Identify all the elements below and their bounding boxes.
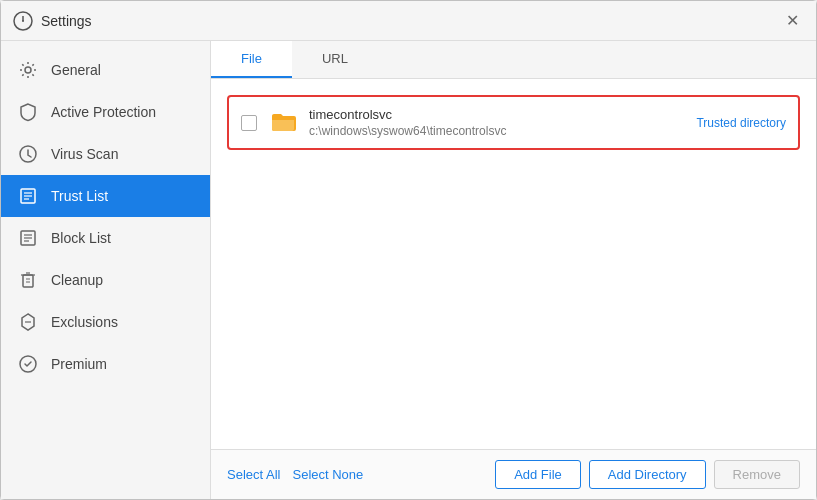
svg-point-3: [25, 67, 31, 73]
tab-bar: File URL: [211, 41, 816, 79]
sidebar-label-virus-scan: Virus Scan: [51, 146, 118, 162]
sidebar-item-active-protection[interactable]: Active Protection: [1, 91, 210, 133]
add-directory-button[interactable]: Add Directory: [589, 460, 706, 489]
item-name: timecontrolsvc: [309, 107, 684, 122]
settings-title-icon: [13, 11, 33, 31]
folder-icon: [269, 109, 297, 137]
item-path: c:\windows\syswow64\timecontrolsvc: [309, 124, 684, 138]
remove-button[interactable]: Remove: [714, 460, 800, 489]
sidebar-label-trust-list: Trust List: [51, 188, 108, 204]
add-file-button[interactable]: Add File: [495, 460, 581, 489]
block-list-icon: [17, 227, 39, 249]
select-all-button[interactable]: Select All: [227, 467, 280, 482]
select-none-button[interactable]: Select None: [292, 467, 363, 482]
gear-icon: [17, 59, 39, 81]
sidebar-item-premium[interactable]: Premium: [1, 343, 210, 385]
sidebar-label-block-list: Block List: [51, 230, 111, 246]
sidebar-item-exclusions[interactable]: Exclusions: [1, 301, 210, 343]
sidebar-item-block-list[interactable]: Block List: [1, 217, 210, 259]
tab-url[interactable]: URL: [292, 41, 378, 78]
exclusions-icon: [17, 311, 39, 333]
sidebar: General Active Protection: [1, 41, 211, 499]
list-item[interactable]: timecontrolsvc c:\windows\syswow64\timec…: [227, 95, 800, 150]
bottom-left: Select All Select None: [227, 467, 483, 482]
window-title: Settings: [41, 13, 92, 29]
list-area: timecontrolsvc c:\windows\syswow64\timec…: [211, 79, 816, 449]
title-bar-left: Settings: [13, 11, 92, 31]
cleanup-icon: [17, 269, 39, 291]
svg-rect-13: [23, 275, 33, 287]
sidebar-item-virus-scan[interactable]: Virus Scan: [1, 133, 210, 175]
close-button[interactable]: ✕: [780, 9, 804, 33]
title-bar: Settings ✕: [1, 1, 816, 41]
item-checkbox[interactable]: [241, 115, 257, 131]
premium-icon: [17, 353, 39, 375]
content-area: General Active Protection: [1, 41, 816, 499]
shield-icon: [17, 101, 39, 123]
sidebar-item-trust-list[interactable]: Trust List: [1, 175, 210, 217]
sidebar-label-active-protection: Active Protection: [51, 104, 156, 120]
tab-file[interactable]: File: [211, 41, 292, 78]
bottom-right: Add File Add Directory Remove: [495, 460, 800, 489]
sidebar-label-exclusions: Exclusions: [51, 314, 118, 330]
sidebar-label-premium: Premium: [51, 356, 107, 372]
sidebar-item-cleanup[interactable]: Cleanup: [1, 259, 210, 301]
settings-window: Settings ✕ General: [0, 0, 817, 500]
sidebar-label-cleanup: Cleanup: [51, 272, 103, 288]
trusted-directory-badge: Trusted directory: [696, 116, 786, 130]
virus-scan-icon: [17, 143, 39, 165]
main-panel: File URL timecontrolsvc c:\windows\sy: [211, 41, 816, 499]
sidebar-label-general: General: [51, 62, 101, 78]
bottom-bar: Select All Select None Add File Add Dire…: [211, 449, 816, 499]
trust-list-icon: [17, 185, 39, 207]
item-info: timecontrolsvc c:\windows\syswow64\timec…: [309, 107, 684, 138]
svg-point-2: [22, 20, 24, 22]
sidebar-item-general[interactable]: General: [1, 49, 210, 91]
